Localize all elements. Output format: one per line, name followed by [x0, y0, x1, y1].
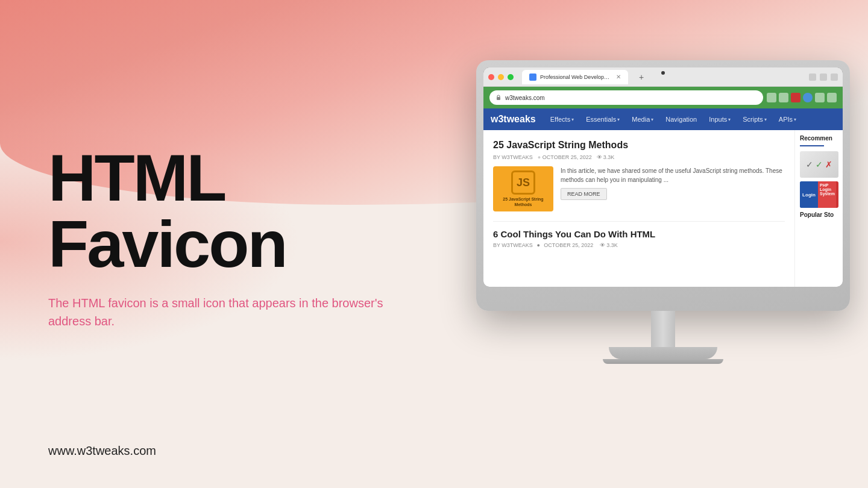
article-1: 25 JavaScript String Methods BY W3TWEAKS… [493, 140, 785, 211]
svg-rect-0 [497, 97, 500, 100]
article-1-body: JS 25 JavaScript String Methods In this … [493, 166, 785, 211]
chevron-down-icon: ▾ [651, 117, 653, 122]
browser-titlebar: Professional Web Developme... ✕ + [483, 67, 843, 87]
chevron-down-icon: ▾ [728, 117, 731, 122]
sidebar-popular-label: Popular Sto [800, 211, 838, 218]
monitor: Professional Web Developme... ✕ + [476, 60, 850, 364]
new-tab-button[interactable]: + [634, 70, 649, 84]
read-more-button[interactable]: READ MORE [561, 188, 607, 200]
site-main: 25 JavaScript String Methods BY W3TWEAKS… [483, 130, 794, 287]
camera-dot [661, 71, 665, 75]
addr-icon-5 [815, 93, 825, 102]
site-logo[interactable]: w3tweaks [491, 114, 536, 125]
win-maximize[interactable] [820, 74, 827, 81]
chevron-down-icon: ▾ [571, 117, 574, 122]
nav-item-apis[interactable]: APIs ▾ [774, 113, 801, 125]
browser-addressbar: w3tweaks.com [483, 87, 843, 108]
stand-base [609, 347, 717, 359]
addr-icon-6 [827, 93, 837, 102]
traffic-light-green[interactable] [508, 74, 514, 80]
win-minimize[interactable] [809, 74, 816, 81]
stand-neck [651, 311, 675, 347]
left-content: HTML Favicon The HTML favicon is a small… [48, 145, 422, 330]
monitor-screen-outer: Professional Web Developme... ✕ + [476, 60, 850, 311]
browser-chrome: Professional Web Developme... ✕ + [483, 67, 843, 287]
article-1-views: 👁 3.3K [597, 154, 615, 160]
lock-icon [495, 95, 502, 101]
site-sidebar: Recommen ✓ ✓ ✗ [794, 130, 843, 287]
sidebar-img-1: ✓ ✓ ✗ [800, 151, 838, 178]
traffic-light-yellow[interactable] [498, 74, 504, 80]
stand-base-bottom [603, 359, 723, 364]
article-1-date: ● OCTOBER 25, 2022 [538, 154, 592, 160]
sidebar-img-2-inner: Login PHP Login System [800, 181, 838, 208]
traffic-light-red[interactable] [488, 74, 494, 80]
article-1-author: BY W3TWEAKS [493, 154, 533, 160]
article-2: 6 Cool Things You Can Do With HTML BY W3… [493, 229, 785, 248]
main-title: HTML Favicon [48, 145, 422, 277]
sidebar-img-2: Login PHP Login System [800, 181, 838, 208]
site-content: 25 JavaScript String Methods BY W3TWEAKS… [483, 130, 843, 287]
browser-window-controls [809, 74, 838, 81]
tab-close-icon[interactable]: ✕ [616, 74, 621, 80]
nav-item-inputs[interactable]: Inputs ▾ [704, 113, 735, 125]
article-2-title[interactable]: 6 Cool Things You Can Do With HTML [493, 229, 785, 239]
nav-item-essentials[interactable]: Essentials ▾ [581, 113, 624, 125]
tab-favicon-icon [529, 74, 536, 81]
nav-item-media[interactable]: Media ▾ [627, 113, 658, 125]
browser-tab[interactable]: Professional Web Developme... ✕ [522, 70, 628, 84]
chevron-down-icon: ▾ [617, 117, 620, 122]
article-1-text: In this article, we have shared some of … [561, 166, 785, 211]
addr-icon-4 [803, 93, 813, 102]
chevron-down-icon: ▾ [794, 117, 796, 122]
address-icons [767, 93, 837, 102]
subtitle: The HTML favicon is a small icon that ap… [48, 294, 386, 330]
article-divider [493, 221, 785, 222]
article-1-meta: BY W3TWEAKS ● OCTOBER 25, 2022 👁 3.3K [493, 154, 785, 160]
sidebar-img-1-inner: ✓ ✓ ✗ [800, 151, 838, 178]
monitor-container: Professional Web Developme... ✕ + [458, 60, 868, 364]
nav-item-effects[interactable]: Effects ▾ [546, 113, 579, 125]
thumb-text: 25 JavaScript String Methods [493, 197, 553, 207]
article-2-meta: BY W3TWEAKS ● OCTOBER 25, 2022 👁 3.3K [493, 242, 785, 248]
nav-item-navigation[interactable]: Navigation [661, 113, 702, 125]
article-1-thumbnail: JS 25 JavaScript String Methods [493, 166, 553, 211]
article-1-title[interactable]: 25 JavaScript String Methods [493, 140, 785, 151]
sidebar-divider [800, 145, 824, 146]
tab-title: Professional Web Developme... [540, 74, 612, 80]
website-url: www.w3tweaks.com [48, 444, 156, 458]
site-navbar: w3tweaks Effects ▾ Essentials ▾ Media ▾ [483, 108, 843, 130]
address-text: w3tweaks.com [505, 95, 545, 101]
win-close[interactable] [831, 74, 838, 81]
address-input[interactable]: w3tweaks.com [489, 90, 763, 105]
article-1-excerpt: In this article, we have shared some of … [561, 166, 785, 184]
monitor-stand [476, 311, 850, 364]
monitor-bezel: Professional Web Developme... ✕ + [483, 67, 843, 287]
nav-item-scripts[interactable]: Scripts ▾ [738, 113, 772, 125]
addr-icon-3 [791, 93, 800, 102]
chevron-down-icon: ▾ [764, 117, 767, 122]
sidebar-recommend-label: Recommen [800, 135, 838, 142]
addr-icon-1 [767, 93, 776, 102]
addr-icon-2 [779, 93, 788, 102]
